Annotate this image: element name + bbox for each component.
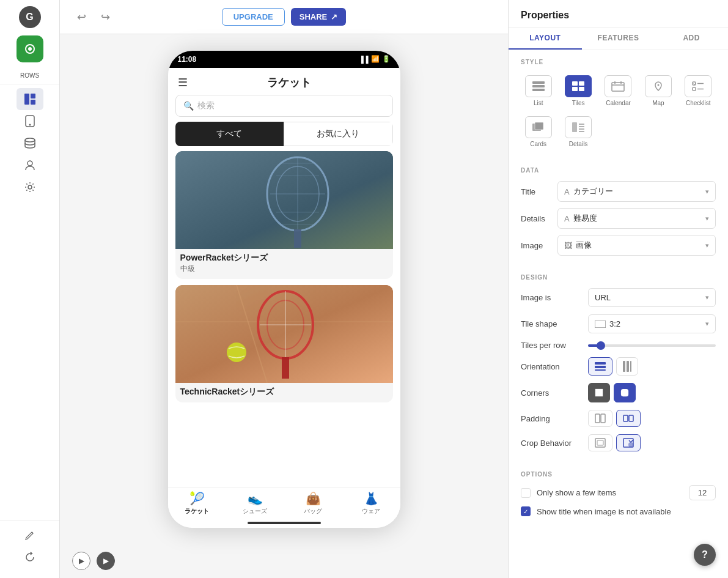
hamburger-icon[interactable]: ☰ <box>178 76 188 89</box>
pencil-tool[interactable] <box>17 524 43 546</box>
style-option-tiles[interactable]: Tiles <box>561 73 595 109</box>
svg-rect-60 <box>595 389 603 396</box>
svg-rect-30 <box>532 81 545 84</box>
product-sub-1: 中級 <box>180 264 388 274</box>
svg-rect-11 <box>175 151 393 249</box>
nav-item-shoes[interactable]: 👟 シューズ <box>226 491 284 516</box>
tab-favorites[interactable]: お気に入り <box>284 122 393 146</box>
tab-features[interactable]: FEATURES <box>582 28 655 50</box>
redo-button[interactable]: ↪ <box>96 8 115 26</box>
help-button[interactable]: ? <box>694 544 716 566</box>
undo-button[interactable]: ↩ <box>72 8 91 26</box>
orientation-columns-btn[interactable] <box>616 357 638 376</box>
design-section: DESIGN Image is URL ▾ Tile shape 3:2 <box>509 265 728 462</box>
style-option-list[interactable]: List <box>521 73 556 109</box>
style-option-cards[interactable]: Cards <box>521 114 556 150</box>
padding-spaced-btn[interactable] <box>616 410 641 427</box>
tab-all[interactable]: すべて <box>175 122 284 146</box>
nav-item-bag[interactable]: 👜 バッグ <box>284 491 342 516</box>
image-is-select[interactable]: URL ▾ <box>588 288 716 307</box>
title-select[interactable]: A カテゴリー ▾ <box>557 181 716 202</box>
tab-add[interactable]: ADD <box>655 28 728 50</box>
properties-panel: Properties LAYOUT FEATURES ADD STYLE Lis… <box>508 0 728 578</box>
option-row-2: ✓ Show title when image is not available <box>521 506 716 516</box>
orientation-rows-btn[interactable] <box>588 357 612 376</box>
search-placeholder: 検索 <box>197 100 215 111</box>
tile-shape-label: Tile shape <box>521 319 588 328</box>
checklist-style-icon <box>685 75 711 97</box>
checkbox-checkmark: ✓ <box>523 508 528 515</box>
upgrade-button[interactable]: UPGRADE <box>222 8 285 26</box>
svg-rect-20 <box>294 229 301 248</box>
search-bar[interactable]: 🔍 検索 <box>175 95 393 117</box>
svg-point-41 <box>657 84 659 86</box>
option-checkbox-2[interactable]: ✓ <box>521 506 531 516</box>
style-option-details[interactable]: Details <box>561 114 595 150</box>
sidebar-item-user[interactable] <box>17 154 43 176</box>
svg-rect-35 <box>572 87 578 91</box>
list-style-icon <box>525 75 552 97</box>
padding-row: Padding <box>521 410 716 427</box>
cards-style-icon <box>525 116 552 138</box>
details-field-icon: A <box>564 214 570 223</box>
sidebar-item-database[interactable] <box>17 132 43 154</box>
title-field-label: Title <box>521 187 557 196</box>
style-option-map[interactable]: Map <box>641 73 675 109</box>
sidebar-item-layout[interactable] <box>17 88 43 110</box>
nav-item-racket[interactable]: 🎾 ラケット <box>168 491 226 516</box>
tile-shape-select[interactable]: 3:2 ▾ <box>588 314 716 333</box>
map-style-label: Map <box>652 100 664 106</box>
style-option-checklist[interactable]: Checklist <box>681 73 716 109</box>
image-select[interactable]: 🖼 画像 ▾ <box>557 235 716 256</box>
tiles-per-row-slider[interactable] <box>588 344 716 347</box>
toolbar-actions: UPGRADE SHARE ↗ <box>222 8 347 26</box>
sidebar-item-phone[interactable] <box>17 110 43 132</box>
share-button[interactable]: SHARE ↗ <box>291 8 347 26</box>
play-button[interactable]: ▶ <box>72 552 90 570</box>
nav-label-bag: バッグ <box>304 507 322 516</box>
panel-tabs: LAYOUT FEATURES ADD <box>509 28 728 50</box>
product-card-2[interactable]: TechnicRacketシリーズ <box>175 285 393 402</box>
svg-point-8 <box>25 138 35 142</box>
nav-label-shoes: シューズ <box>243 507 267 516</box>
tab-layout[interactable]: LAYOUT <box>509 28 582 50</box>
play-filled-button[interactable]: ▶ <box>97 552 115 570</box>
avatar[interactable]: G <box>19 6 41 28</box>
product-card-1[interactable]: PowerRacketシリーズ 中級 <box>175 151 393 279</box>
option-checkbox-1[interactable] <box>521 488 531 498</box>
option-number-1[interactable]: 12 <box>689 485 716 500</box>
svg-rect-59 <box>630 361 631 372</box>
nav-item-wear[interactable]: 👗 ウェア <box>342 491 400 516</box>
tiles-style-label: Tiles <box>572 100 585 106</box>
product-image-1 <box>175 151 393 249</box>
option-label-1: Only show a few items <box>537 488 683 497</box>
padding-compact-btn[interactable] <box>588 410 612 427</box>
image-row: Image 🖼 画像 ▾ <box>521 235 716 256</box>
design-label: DESIGN <box>521 274 716 281</box>
corners-rounded-btn[interactable] <box>614 383 636 402</box>
image-value: 画像 <box>576 240 592 251</box>
rows-icon <box>595 362 606 371</box>
home-indicator <box>168 518 400 528</box>
product-image-2 <box>175 285 393 383</box>
corners-row: Corners <box>521 383 716 402</box>
square-corners-icon <box>595 388 603 398</box>
style-option-calendar[interactable]: Calendar <box>601 73 636 109</box>
image-is-label: Image is <box>521 293 588 302</box>
style-section: STYLE List Tiles Calendar <box>509 50 728 158</box>
crop-fit-icon <box>595 438 606 448</box>
corners-square-btn[interactable] <box>588 383 610 402</box>
crop-fill-btn[interactable] <box>616 434 641 451</box>
crop-fit-btn[interactable] <box>588 434 612 451</box>
status-bar: 11:08 ▐▐ 📶 🔋 <box>168 51 400 68</box>
wear-nav-icon: 👗 <box>364 491 379 506</box>
columns-icon <box>623 361 631 372</box>
sidebar-item-settings[interactable] <box>17 176 43 198</box>
details-select[interactable]: A 難易度 ▾ <box>557 208 716 229</box>
image-field-label: Image <box>521 241 557 250</box>
svg-rect-47 <box>535 122 543 130</box>
refresh-tool[interactable] <box>17 546 43 568</box>
slider-thumb[interactable] <box>597 341 605 350</box>
app-icon[interactable] <box>17 35 43 62</box>
calendar-style-label: Calendar <box>606 100 631 106</box>
